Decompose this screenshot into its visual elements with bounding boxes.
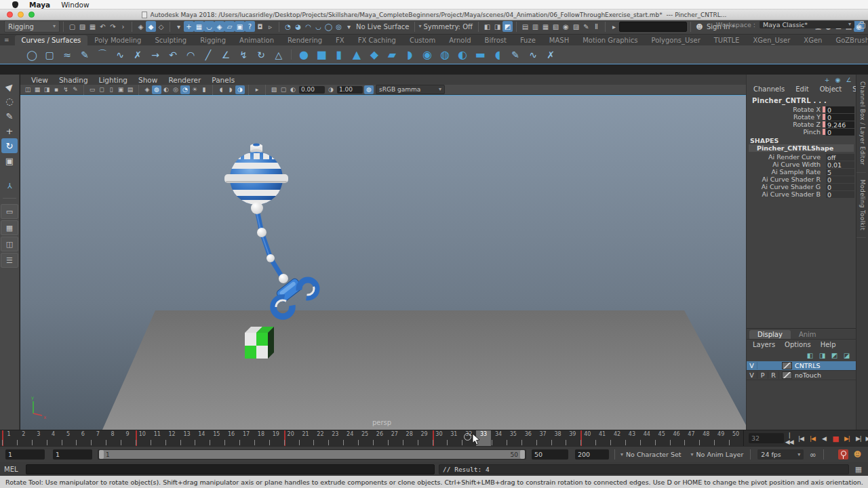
curve-snap-icon[interactable]: ↯ xyxy=(235,47,252,63)
construction-history-icon[interactable]: ◕ xyxy=(293,21,303,32)
layer-tab-anim[interactable]: Anim xyxy=(791,330,825,339)
nurbs-sphere-icon[interactable]: ● xyxy=(295,47,313,63)
workspace-lock-icon[interactable] xyxy=(859,23,865,28)
trim-icon[interactable]: ✗ xyxy=(542,47,559,63)
step-forward-one-key-button[interactable]: ▶| xyxy=(853,435,863,442)
viewport-menu-panels[interactable]: Panels xyxy=(206,76,240,84)
layer-row-notouch[interactable]: VPRnoTouch xyxy=(747,371,856,380)
straighten-curve-icon[interactable]: ╱ xyxy=(199,47,217,63)
shelf-tab-fx[interactable]: FX xyxy=(329,35,351,45)
layer-menu-layers[interactable]: Layers xyxy=(748,341,780,348)
step-forward-one-frame-button[interactable]: ▶| xyxy=(842,435,852,442)
snap-view-icon[interactable]: ▣ xyxy=(235,21,245,32)
layer-tab-display[interactable]: Display xyxy=(749,330,791,339)
outliner-layout-button[interactable]: ☰ xyxy=(1,253,18,268)
apple-logo-icon[interactable] xyxy=(12,1,18,8)
shelf-tab-turtle[interactable]: TURTLE xyxy=(707,35,747,45)
shelf-tab-xgen-user[interactable]: XGen_User xyxy=(746,35,797,45)
manip-coupled-icon[interactable]: + xyxy=(823,76,831,84)
motion-blur-icon[interactable]: ◑ xyxy=(235,85,245,94)
curve-angle-icon[interactable]: ∠ xyxy=(217,47,235,63)
go-to-playback-end-button[interactable]: ▶▶| xyxy=(865,435,868,442)
object-details-icon[interactable]: ◩ xyxy=(502,21,513,32)
joints-xray-icon[interactable]: ▢ xyxy=(279,85,288,94)
stop-button[interactable]: ■ xyxy=(830,434,840,443)
playback-loop-icon[interactable]: ∞ xyxy=(808,449,818,460)
surface-pencil-icon[interactable]: ✎ xyxy=(507,47,524,63)
anim-layer-dropdown[interactable]: ▾ No Anim Layer xyxy=(690,451,743,458)
close-window-button[interactable] xyxy=(7,12,13,18)
single-pane-layout-button[interactable]: ▭ xyxy=(1,204,18,219)
viewport-menu-renderer[interactable]: Renderer xyxy=(163,76,206,84)
open-close-curve-icon[interactable]: ◠ xyxy=(182,47,199,63)
layer-visibility-toggle[interactable]: V xyxy=(747,362,757,369)
color-space-dropdown[interactable]: sRGB gamma ▾ xyxy=(376,85,445,94)
shelf-tab-rigging[interactable]: Rigging xyxy=(193,35,233,45)
sidebar-tab-modeling-toolkit[interactable]: Modeling Toolkit xyxy=(856,173,866,238)
render-sequence-icon[interactable]: ▦ xyxy=(540,21,551,32)
manip-falloff-icon[interactable]: ∠ xyxy=(844,76,853,84)
shelf-tab-poly-modeling[interactable]: Poly Modeling xyxy=(87,35,148,45)
ao-icon[interactable]: ◗ xyxy=(226,85,235,94)
field-chart-icon[interactable]: ◈ xyxy=(142,85,152,94)
shelf-tab-xgen[interactable]: XGen xyxy=(797,35,829,45)
layer-visibility-toggle[interactable]: V xyxy=(747,371,757,379)
minimize-window-button[interactable] xyxy=(18,12,24,18)
grease-pencil-icon[interactable]: ▭ xyxy=(87,85,97,94)
rig-ring-icon[interactable]: ◡ xyxy=(313,21,323,32)
channel-box-menu-edit[interactable]: Edit xyxy=(791,85,812,93)
output-connections-icon[interactable]: ◠ xyxy=(303,21,313,32)
move-layer-down-icon[interactable]: ◨ xyxy=(818,351,827,359)
shaded-icon[interactable]: ◔ xyxy=(180,85,190,94)
animation-preferences-icon[interactable]: ☻ xyxy=(852,449,863,460)
layer-color-swatch[interactable] xyxy=(782,371,792,379)
loft-icon[interactable]: ◉ xyxy=(418,47,436,63)
nurbs-cone-icon[interactable]: ▲ xyxy=(348,47,366,63)
select-cursor-icon[interactable]: ▸ xyxy=(609,21,619,32)
nurbs-circle-icon[interactable]: ◯ xyxy=(23,47,41,63)
manip-speed-icon[interactable]: ◉ xyxy=(833,76,842,84)
shelf-tab-custom[interactable]: Custom xyxy=(403,35,442,45)
play-backwards-button[interactable]: ◀ xyxy=(818,435,829,442)
color-management-icon[interactable]: ◍ xyxy=(364,85,374,94)
nurbs-cube-icon[interactable]: ■ xyxy=(313,47,330,63)
channel-value-field[interactable]: 0 xyxy=(826,176,854,183)
layer-row-cntrls[interactable]: VCNTRLS xyxy=(747,361,856,371)
highlight-selection-icon[interactable]: ▹ xyxy=(265,21,275,32)
layer-menu-options[interactable]: Options xyxy=(780,341,816,348)
shelf-tab-fx-caching[interactable]: FX Caching xyxy=(351,35,403,45)
paint-select-tool[interactable]: ✎ xyxy=(1,108,18,123)
nurbs-square-icon[interactable]: ▢ xyxy=(41,47,58,63)
playback-start-field[interactable]: 1 xyxy=(53,449,92,460)
shelf-tab-gozbrush[interactable]: GoZBrush xyxy=(829,35,868,45)
nurbs-cylinder-icon[interactable]: ▮ xyxy=(330,47,348,63)
ep-curve-icon[interactable]: ∿ xyxy=(111,47,129,63)
viewport-3d[interactable]: y x persp xyxy=(20,95,746,430)
lights-icon[interactable]: ▮ xyxy=(199,85,209,94)
animation-start-field[interactable]: 1 xyxy=(5,449,45,460)
select-component-icon[interactable]: ◇ xyxy=(156,21,166,32)
zoom-window-button[interactable] xyxy=(28,12,35,18)
pause-viewport-icon[interactable]: Ⅱ xyxy=(591,21,601,32)
mel-input[interactable] xyxy=(26,464,435,474)
rig-ring3-icon[interactable]: ◎ xyxy=(334,21,344,32)
two-pane-layout-button[interactable]: ◫ xyxy=(1,237,18,251)
current-frame-field[interactable]: 32 xyxy=(749,433,784,443)
sidebar-tab-channel-box-layer-editor[interactable]: Channel Box / Layer Editor xyxy=(856,75,866,173)
resolution-gate-icon[interactable]: ▣ xyxy=(116,85,125,94)
go-to-playback-start-button[interactable]: |◀◀ xyxy=(784,432,794,445)
select-tool[interactable]: ▶ xyxy=(1,79,18,94)
channel-value-field[interactable]: 9.246 xyxy=(826,121,854,128)
rebuild-curve-icon[interactable]: ↻ xyxy=(252,47,270,63)
channel-box-menu-object[interactable]: Object xyxy=(816,85,846,93)
image-plane-icon[interactable]: ↯ xyxy=(61,85,71,94)
exposure-icon[interactable]: ◐ xyxy=(288,85,298,94)
shape-node-name[interactable]: Pincher_CNTRLShape xyxy=(749,144,854,152)
project-curve-icon[interactable]: ∿ xyxy=(524,47,542,63)
channel-value-field[interactable]: 0 xyxy=(826,114,854,121)
step-back-one-frame-button[interactable]: |◀ xyxy=(807,435,817,442)
range-end-handle[interactable] xyxy=(520,450,525,459)
channel-value-field[interactable]: 0.01 xyxy=(826,161,854,168)
arnold-render-icon[interactable]: ◉ xyxy=(561,21,571,32)
nurbs-plane-icon[interactable]: ◆ xyxy=(366,47,383,63)
